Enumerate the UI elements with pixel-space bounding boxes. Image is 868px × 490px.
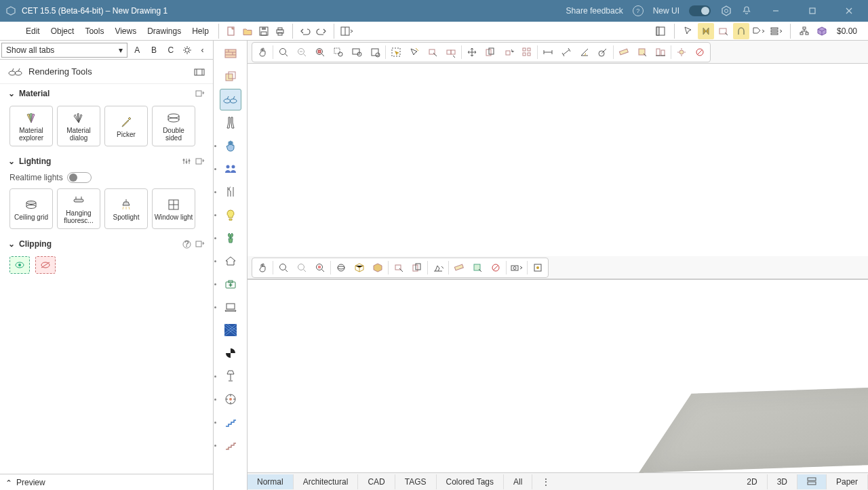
menu-edit[interactable]: Edit (20, 24, 45, 39)
picker-button[interactable]: Picker (104, 106, 148, 146)
tab-architectural[interactable]: Architectural (294, 474, 359, 489)
open-folder-icon[interactable] (239, 23, 256, 39)
menu-object[interactable]: Object (45, 24, 80, 39)
measure-icon[interactable] (615, 44, 633, 60)
mode-3d[interactable]: 3D (768, 474, 797, 489)
tab-a[interactable]: A (130, 43, 144, 58)
snap-icon[interactable] (733, 23, 749, 39)
menu-tools[interactable]: Tools (79, 24, 109, 39)
vt-render-icon[interactable] (220, 89, 241, 110)
minimize-button[interactable] (762, 3, 789, 19)
vt-laptop-icon[interactable] (220, 296, 241, 318)
layout-split-icon[interactable] (338, 23, 355, 39)
tab-b[interactable]: B (147, 43, 161, 58)
vt-floor-icon[interactable] (220, 66, 241, 87)
vt-people-icon[interactable] (220, 158, 241, 180)
mode-paper[interactable]: Paper (827, 474, 868, 489)
window-light-button[interactable]: Window light (152, 188, 195, 229)
vt-pattern-icon[interactable] (220, 319, 241, 341)
tab-c[interactable]: C (163, 43, 178, 58)
vt-home-icon[interactable] (220, 250, 241, 272)
tab-all[interactable]: All (504, 474, 532, 489)
popout-icon[interactable] (195, 157, 205, 165)
clipping-hide-button[interactable] (35, 256, 56, 274)
zoom-icon[interactable] (275, 44, 292, 60)
vt-walls-icon[interactable] (220, 43, 241, 64)
tab-more-icon[interactable]: ⋮ (532, 474, 559, 489)
menu-views[interactable]: Views (109, 24, 142, 39)
measure-3d-icon[interactable] (450, 260, 468, 276)
zoom-extents-icon[interactable] (311, 44, 329, 60)
zoom-out-3d-icon[interactable] (293, 260, 311, 276)
spotlight-button[interactable]: Spotlight (104, 188, 148, 229)
select-cross-icon[interactable] (406, 44, 423, 60)
vt-hand-icon[interactable] (220, 135, 241, 157)
delete-icon[interactable] (691, 44, 709, 60)
vt-circle-a-icon[interactable] (220, 388, 241, 410)
wireframe-icon[interactable] (351, 260, 368, 276)
popout-icon[interactable] (195, 89, 205, 98)
vt-plant-icon[interactable] (220, 227, 241, 249)
new-file-icon[interactable] (223, 23, 239, 39)
mode-2d[interactable]: 2D (737, 474, 767, 489)
tab-colored-tags[interactable]: Colored Tags (437, 474, 505, 489)
mirror-icon[interactable] (698, 23, 714, 39)
sel-3d-icon[interactable] (390, 260, 408, 276)
walk-icon[interactable] (429, 260, 447, 276)
undo-icon[interactable] (297, 23, 313, 39)
tab-tags[interactable]: TAGS (395, 474, 437, 489)
menu-help[interactable]: Help (186, 24, 214, 39)
section-lighting[interactable]: ⌄ Lighting (0, 152, 213, 171)
dock-icon[interactable] (194, 67, 205, 77)
save-icon[interactable] (256, 23, 272, 39)
zoom-all-icon[interactable] (366, 44, 384, 60)
vt-bulb-icon[interactable] (220, 204, 241, 226)
orbit-icon[interactable] (332, 260, 350, 276)
tab-cad[interactable]: CAD (358, 474, 395, 489)
vt-lamp-icon[interactable] (220, 365, 241, 387)
section-clipping[interactable]: ⌄ Clipping ? (0, 234, 213, 253)
shaded-icon[interactable] (369, 260, 387, 276)
section-material[interactable]: ⌄ Material (0, 84, 213, 103)
vt-tools-icon[interactable] (220, 112, 241, 134)
measure-area-icon[interactable] (633, 44, 651, 60)
close-button[interactable] (835, 3, 863, 19)
copy-3d-icon[interactable] (408, 260, 426, 276)
select-rect-icon[interactable] (424, 44, 441, 60)
print-icon[interactable] (272, 23, 288, 39)
dim-aligned-icon[interactable] (557, 44, 575, 60)
extensions-icon[interactable] (720, 5, 732, 17)
floor-surface[interactable] (639, 385, 868, 472)
tab-normal[interactable]: Normal (248, 474, 294, 489)
vt-stairs-icon[interactable] (220, 411, 241, 433)
notification-icon[interactable] (742, 5, 753, 16)
share-feedback-link[interactable]: Share feedback (566, 6, 623, 16)
ceiling-grid-button[interactable]: Ceiling grid (9, 188, 53, 229)
dim-angle-icon[interactable]: 45 (576, 44, 593, 60)
material-explorer-button[interactable]: Material explorer (9, 106, 53, 146)
mode-split-icon[interactable] (797, 474, 827, 489)
rotate-icon[interactable] (500, 44, 517, 60)
panel-icon[interactable] (652, 23, 669, 39)
tag-dropdown-icon[interactable] (751, 23, 767, 39)
pan-3d-icon[interactable] (254, 260, 271, 276)
vt-kitchen-icon[interactable] (220, 181, 241, 203)
sliders-icon[interactable] (182, 157, 191, 165)
vt-medical-icon[interactable] (220, 273, 241, 295)
zoom-window-icon[interactable] (330, 44, 347, 60)
preview-toggle[interactable]: ⌄ Preview (0, 474, 213, 490)
hanging-fluorescent-button[interactable]: Hanging fluoresc... (57, 188, 100, 229)
double-sided-button[interactable]: Double sided (152, 106, 195, 146)
focus-icon[interactable] (529, 260, 547, 276)
zoom-extents-3d-icon[interactable] (311, 260, 329, 276)
3d-viewport[interactable] (248, 279, 868, 472)
pan-icon[interactable] (254, 44, 271, 60)
realtime-lights-toggle[interactable] (67, 172, 92, 183)
gear-icon[interactable] (180, 43, 193, 58)
snap-3d-icon[interactable] (469, 260, 486, 276)
camera-dropdown-icon[interactable] (508, 260, 526, 276)
zoom-out-icon[interactable] (293, 44, 311, 60)
zoom-selection-icon[interactable] (348, 44, 366, 60)
move-icon[interactable] (463, 44, 481, 60)
tab-filter-dropdown[interactable]: Show all tabs ▾ (1, 43, 127, 58)
